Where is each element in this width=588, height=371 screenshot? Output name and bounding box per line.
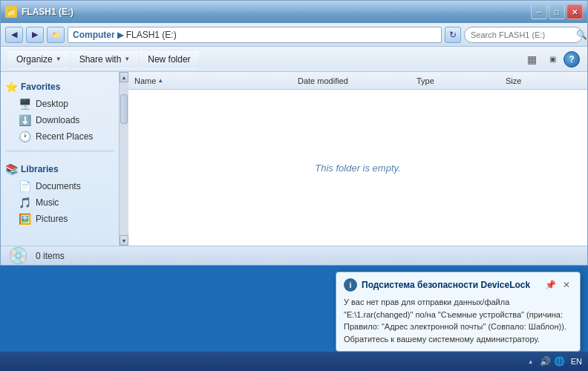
window-icon: 📁 [5, 6, 17, 18]
sort-arrow-name: ▲ [157, 77, 163, 84]
col-name-header[interactable]: Name ▲ [134, 76, 298, 85]
system-tray: ▲ 🔊 🌐 EN [528, 356, 582, 367]
sidebar: ⭐ Favorites 🖥️ Desktop ⬇️ Downloads 🕐 Re… [1, 72, 120, 246]
close-button[interactable]: ✕ [566, 4, 583, 19]
sidebar-item-downloads[interactable]: ⬇️ Downloads [5, 112, 114, 128]
favorites-section: ⭐ Favorites 🖥️ Desktop ⬇️ Downloads 🕐 Re… [1, 72, 119, 148]
libraries-section: 📚 Libraries 📄 Documents 🎵 Music 🖼️ Pictu… [1, 154, 119, 230]
sidebar-scrollbar[interactable]: ▲ ▼ [120, 72, 128, 246]
sidebar-item-pictures[interactable]: 🖼️ Pictures [5, 211, 114, 227]
taskbar: ▲ 🔊 🌐 EN [0, 352, 588, 371]
column-header: Name ▲ Date modified Type Size [128, 72, 587, 90]
search-input[interactable] [471, 30, 573, 39]
empty-message: This folder is empty. [315, 162, 400, 174]
libraries-header[interactable]: 📚 Libraries [5, 160, 114, 178]
col-date-header[interactable]: Date modified [298, 76, 416, 85]
tray-icons: 🔊 🌐 [540, 356, 565, 367]
language-indicator[interactable]: EN [571, 357, 582, 366]
path-computer: Computer [73, 30, 115, 40]
tray-network-icon[interactable]: 🌐 [554, 356, 565, 367]
help-button[interactable]: ? [564, 51, 580, 68]
view-list-button[interactable]: ▦ [522, 50, 541, 69]
sidebar-item-desktop[interactable]: 🖥️ Desktop [5, 96, 114, 112]
path-flash1: FLASH1 (E:) [126, 30, 177, 40]
toolbar: Organize ▼ Share with ▼ New folder ▦ ▣ ? [1, 47, 587, 72]
notification-close-button[interactable]: ✕ [561, 279, 572, 291]
pictures-icon: 🖼️ [19, 213, 31, 225]
content-area: Name ▲ Date modified Type Size This fold… [128, 72, 587, 246]
scroll-up-arrow[interactable]: ▲ [120, 72, 128, 82]
organize-button[interactable]: Organize ▼ [8, 50, 70, 69]
title-bar: 📁 FLASH1 (E:) ─ □ ✕ [1, 1, 587, 23]
items-count: 0 items [36, 251, 65, 261]
sidebar-item-music[interactable]: 🎵 Music [5, 194, 114, 211]
path-arrow-1: ▶ [117, 30, 124, 40]
notification-popup: i Подсистема безопасности DeviceLock 📌 ✕… [336, 272, 581, 352]
sidebar-item-documents[interactable]: 📄 Documents [5, 178, 114, 194]
documents-icon: 📄 [19, 180, 31, 192]
search-box[interactable]: 🔍 [464, 27, 583, 43]
sidebar-container: ⭐ Favorites 🖥️ Desktop ⬇️ Downloads 🕐 Re… [1, 72, 128, 246]
address-bar: ◀ ▶ 📁 Computer ▶ FLASH1 (E:) ↻ 🔍 [1, 23, 587, 47]
main-area: ⭐ Favorites 🖥️ Desktop ⬇️ Downloads 🕐 Re… [1, 72, 587, 246]
view-buttons: ▦ ▣ [522, 50, 562, 69]
libraries-icon: 📚 [5, 163, 18, 175]
notification-body: У вас нет прав для отправки данных/файла… [344, 296, 572, 345]
drive-icon: 💿 [8, 246, 28, 266]
desktop-icon: 🖥️ [19, 98, 31, 110]
minimize-button[interactable]: ─ [531, 4, 547, 19]
view-details-button[interactable]: ▣ [543, 50, 562, 69]
scroll-down-arrow[interactable]: ▼ [120, 235, 128, 246]
sidebar-divider [5, 151, 114, 151]
downloads-icon: ⬇️ [19, 114, 31, 126]
organize-arrow: ▼ [56, 56, 62, 62]
notification-title: Подсистема безопасности DeviceLock [362, 280, 540, 290]
up-button[interactable]: 📁 [47, 27, 65, 43]
refresh-button[interactable]: ↻ [445, 27, 461, 43]
col-size-header[interactable]: Size [506, 76, 565, 85]
recent-places-icon: 🕐 [19, 131, 31, 142]
explorer-window: 📁 FLASH1 (E:) ─ □ ✕ ◀ ▶ 📁 Computer ▶ FLA… [0, 0, 588, 266]
share-with-button[interactable]: Share with ▼ [71, 50, 139, 69]
maximize-button[interactable]: □ [549, 4, 565, 19]
scroll-thumb[interactable] [120, 94, 128, 124]
col-type-header[interactable]: Type [416, 76, 506, 85]
status-bar: 💿 0 items [1, 246, 587, 265]
search-icon: 🔍 [576, 30, 587, 40]
tray-expand-arrow[interactable]: ▲ [528, 358, 534, 365]
title-bar-buttons: ─ □ ✕ [531, 4, 583, 19]
new-folder-button[interactable]: New folder [140, 50, 198, 69]
forward-button[interactable]: ▶ [26, 27, 44, 43]
tray-sound-icon[interactable]: 🔊 [540, 356, 551, 367]
address-path[interactable]: Computer ▶ FLASH1 (E:) [68, 27, 442, 43]
share-arrow: ▼ [124, 56, 130, 62]
back-button[interactable]: ◀ [5, 27, 23, 43]
file-list: This folder is empty. [128, 90, 587, 246]
window-title: FLASH1 (E:) [20, 7, 528, 17]
notification-pin-button[interactable]: 📌 [544, 279, 556, 291]
music-icon: 🎵 [19, 197, 31, 209]
sidebar-item-recent-places[interactable]: 🕐 Recent Places [5, 128, 114, 145]
favorites-header[interactable]: ⭐ Favorites [5, 78, 114, 96]
favorites-star-icon: ⭐ [5, 81, 18, 93]
notification-info-icon: i [344, 278, 357, 292]
notification-header: i Подсистема безопасности DeviceLock 📌 ✕ [344, 278, 572, 292]
